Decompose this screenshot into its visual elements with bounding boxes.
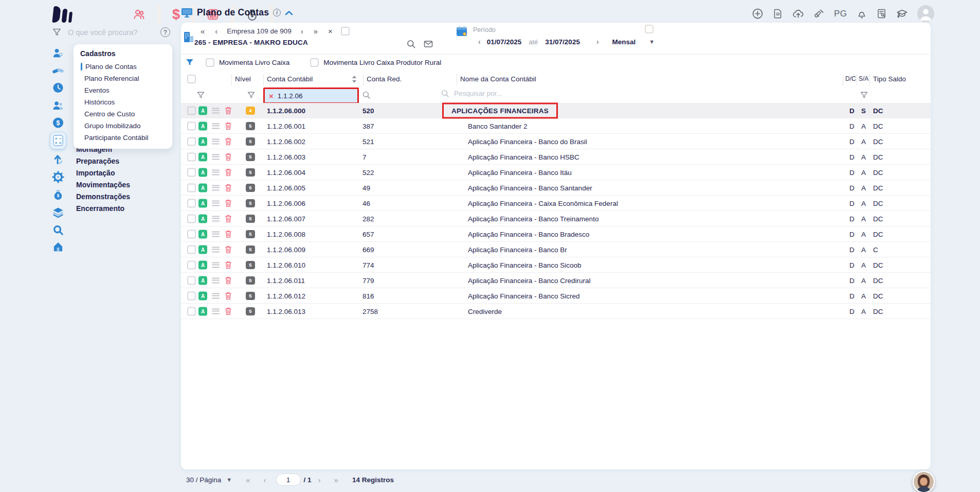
row-checkbox[interactable] <box>187 137 196 146</box>
drag-handle-icon[interactable] <box>212 308 220 314</box>
company-prev-icon[interactable]: ‹ <box>210 27 223 36</box>
menu-item-eventos[interactable]: Eventos <box>74 84 172 96</box>
periodo-mode-caret-icon[interactable]: ▼ <box>649 39 655 45</box>
nome-search-input[interactable] <box>454 90 557 97</box>
trash-icon[interactable] <box>224 137 232 146</box>
drag-handle-icon[interactable] <box>212 247 220 252</box>
row-checkbox[interactable] <box>187 230 196 238</box>
nivel-col-funnel-icon[interactable] <box>247 91 256 99</box>
menu-item-historicos[interactable]: Históricos <box>74 96 172 108</box>
company-clear-icon[interactable]: × <box>323 27 338 36</box>
active-status-badge[interactable]: A <box>198 137 207 146</box>
row-checkbox[interactable] <box>187 121 196 130</box>
livro-caixa-checkbox[interactable] <box>206 58 214 67</box>
periodo-to-date[interactable]: 31/07/2025 <box>545 38 580 46</box>
livro-caixa-rural-checkbox[interactable] <box>310 58 319 67</box>
active-status-badge[interactable]: A <box>198 183 207 192</box>
broom-icon[interactable] <box>813 8 825 20</box>
active-status-badge[interactable]: A <box>198 291 207 300</box>
trash-icon[interactable] <box>224 168 232 177</box>
menu-item-centro-de-custo[interactable]: Centro de Custo <box>74 108 172 120</box>
last-page-icon[interactable]: » <box>328 476 345 484</box>
drag-handle-icon[interactable] <box>212 108 220 113</box>
drag-handle-icon[interactable] <box>212 200 220 206</box>
person-gear-icon[interactable] <box>52 47 64 59</box>
handshake-icon[interactable] <box>52 65 64 77</box>
conta-contabil-filter-input[interactable] <box>278 92 339 100</box>
calculator-icon-active[interactable]: + − × = <box>50 132 66 149</box>
sidebar-section-demonstracoes[interactable]: Demonstrações <box>76 190 130 202</box>
row-checkbox[interactable] <box>187 199 196 207</box>
active-status-badge[interactable]: A <box>198 230 207 238</box>
active-status-badge[interactable]: A <box>198 276 207 285</box>
conta-red-search-icon[interactable] <box>362 91 371 99</box>
per-page-caret-icon[interactable]: ▼ <box>226 477 232 483</box>
pg-logo[interactable]: PG <box>834 9 847 19</box>
company-next-icon[interactable]: › <box>296 27 308 36</box>
active-status-badge[interactable]: A <box>198 199 207 207</box>
user-avatar-placeholder[interactable] <box>917 5 934 22</box>
periodo-mode-select[interactable]: Mensal <box>612 38 636 46</box>
help-icon[interactable]: ? <box>160 27 170 37</box>
sidebar-section-importacao[interactable]: Importação <box>76 167 130 179</box>
company-search-icon[interactable] <box>406 39 416 49</box>
active-status-badge[interactable]: A <box>198 121 207 130</box>
company-first-icon[interactable]: « <box>195 27 210 36</box>
row-checkbox[interactable] <box>187 260 196 269</box>
collapse-chevron-icon[interactable] <box>285 10 293 15</box>
document-icon[interactable] <box>772 8 783 20</box>
row-checkbox[interactable] <box>187 307 196 315</box>
select-all-checkbox[interactable] <box>187 75 196 83</box>
sidebar-section-encerramento[interactable]: Encerramento <box>76 202 130 214</box>
page-number-input[interactable] <box>276 473 301 486</box>
trash-icon[interactable] <box>224 199 232 208</box>
company-checkbox[interactable] <box>341 27 350 36</box>
trash-icon[interactable] <box>224 245 232 254</box>
search-icon[interactable] <box>52 224 64 236</box>
people-icon[interactable] <box>133 8 146 21</box>
checkbox-col-funnel-icon[interactable] <box>196 91 205 99</box>
trash-icon[interactable] <box>224 183 232 192</box>
company-last-icon[interactable]: » <box>308 27 323 36</box>
trash-icon[interactable] <box>224 260 232 270</box>
dollar-icon[interactable]: $ <box>172 8 180 22</box>
trash-icon[interactable] <box>224 214 232 223</box>
bell-icon[interactable] <box>856 8 867 20</box>
row-checkbox[interactable] <box>187 168 196 177</box>
periodo-next-icon[interactable]: › <box>590 38 605 46</box>
active-status-badge[interactable]: A <box>198 245 207 254</box>
active-status-badge[interactable]: A <box>198 106 207 115</box>
people-group-icon[interactable] <box>52 99 64 112</box>
sort-icon[interactable] <box>352 76 357 83</box>
arrow-up-icon[interactable] <box>52 153 64 165</box>
clock-icon[interactable] <box>52 82 64 94</box>
drag-handle-icon[interactable] <box>212 169 220 175</box>
support-avatar[interactable] <box>913 471 935 492</box>
drag-handle-icon[interactable] <box>212 277 220 283</box>
clear-filter-icon[interactable]: × <box>269 92 274 100</box>
trash-icon[interactable] <box>224 106 232 115</box>
periodo-from-date[interactable]: 01/07/2025 <box>487 38 522 46</box>
drag-handle-icon[interactable] <box>212 293 220 298</box>
active-status-badge[interactable]: A <box>198 152 207 161</box>
active-status-badge[interactable]: A <box>198 214 207 223</box>
tipo-saldo-funnel-icon[interactable] <box>860 91 868 99</box>
trash-icon[interactable] <box>224 121 232 131</box>
menu-item-plano-referencial[interactable]: Plano Referencial <box>74 73 172 84</box>
filter-funnel-icon[interactable] <box>52 27 62 37</box>
envelope-icon[interactable] <box>423 39 433 49</box>
trash-icon[interactable] <box>224 276 232 285</box>
active-status-badge[interactable]: A <box>198 260 207 269</box>
trash-icon[interactable] <box>224 230 232 239</box>
menu-item-plano-de-contas[interactable]: Plano de Contas <box>74 61 172 73</box>
sidebar-section-movimentacoes[interactable]: Movimentações <box>76 179 130 190</box>
trash-icon[interactable] <box>224 291 232 301</box>
info-icon[interactable]: i <box>273 9 281 16</box>
active-status-badge[interactable]: A <box>198 168 207 177</box>
periodo-prev-icon[interactable]: ‹ <box>472 38 487 46</box>
graduation-cap-icon[interactable] <box>896 8 909 20</box>
drag-handle-icon[interactable] <box>212 154 220 160</box>
row-checkbox[interactable] <box>187 276 196 285</box>
per-page-select[interactable]: 30 / Página <box>186 476 221 484</box>
active-status-badge[interactable]: A <box>198 307 207 315</box>
